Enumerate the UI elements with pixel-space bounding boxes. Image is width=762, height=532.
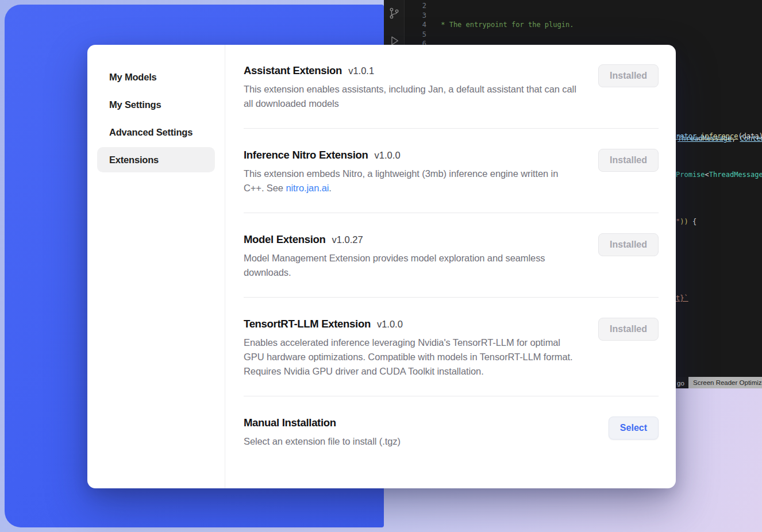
nitro-jan-ai-link[interactable]: nitro.jan.ai — [286, 183, 329, 193]
line-numbers: 2 3 4 5 6 — [416, 1, 426, 49]
extension-row-model: Model Extension v1.0.27 Model Management… — [244, 213, 659, 298]
installed-button[interactable]: Installed — [598, 64, 659, 87]
extension-name: TensortRT-LLM Extension — [244, 318, 371, 330]
extension-version: v1.0.1 — [348, 65, 374, 76]
code-fragment: t}` — [676, 294, 688, 303]
code-fragment: ")) { — [676, 217, 696, 226]
extension-description: Enables accelerated inference leveraging… — [244, 336, 577, 379]
extension-version: v1.0.27 — [332, 234, 363, 245]
desktop-background: 2 3 4 5 6 * The entrypoint for the plugi… — [0, 0, 762, 532]
sidebar-item-my-settings[interactable]: My Settings — [97, 92, 215, 117]
source-control-icon[interactable] — [388, 7, 401, 20]
extension-name: Inference Nitro Extension — [244, 149, 368, 161]
extension-version: v1.0.0 — [375, 150, 401, 161]
extension-row-tensorrt-llm: TensortRT-LLM Extension v1.0.0 Enables a… — [244, 298, 659, 396]
sidebar-item-my-models[interactable]: My Models — [97, 64, 215, 90]
select-file-button[interactable]: Select — [609, 417, 659, 440]
installed-button[interactable]: Installed — [598, 233, 659, 256]
extension-name: Assistant Extension — [244, 64, 342, 77]
extensions-panel: Assistant Extension v1.0.1 This extensio… — [225, 45, 676, 488]
extension-version: v1.0.0 — [377, 319, 403, 330]
manual-installation-description: Select an extension file to install (.tg… — [244, 434, 577, 449]
extension-description: Model Management Extension provides mode… — [244, 251, 577, 280]
installed-button[interactable]: Installed — [598, 318, 659, 341]
extension-name: Model Extension — [244, 233, 326, 246]
screen-reader-status-badge[interactable]: Screen Reader Optimize — [688, 377, 762, 388]
installed-button[interactable]: Installed — [598, 149, 659, 172]
extension-description: This extension enables assistants, inclu… — [244, 82, 577, 111]
code-comment-line: * The entrypoint for the plugin. — [437, 20, 762, 30]
status-language-item[interactable]: go — [677, 380, 684, 387]
settings-modal: My Models My Settings Advanced Settings … — [87, 45, 676, 488]
extension-row-inference-nitro: Inference Nitro Extension v1.0.0 This ex… — [244, 129, 659, 213]
settings-sidebar: My Models My Settings Advanced Settings … — [87, 45, 225, 488]
manual-installation-row: Manual Installation Select an extension … — [244, 396, 659, 466]
extension-row-assistant: Assistant Extension v1.0.1 This extensio… — [244, 64, 659, 129]
sidebar-item-advanced-settings[interactable]: Advanced Settings — [97, 119, 215, 145]
code-fragment: Promise<ThreadMessage> — [676, 170, 762, 179]
code-fragment: rator.inference(data)); — [676, 132, 762, 141]
extension-description: This extension embeds Nitro, a lightweig… — [244, 167, 577, 195]
sidebar-item-extensions[interactable]: Extensions — [97, 147, 215, 172]
manual-installation-title: Manual Installation — [244, 417, 336, 429]
